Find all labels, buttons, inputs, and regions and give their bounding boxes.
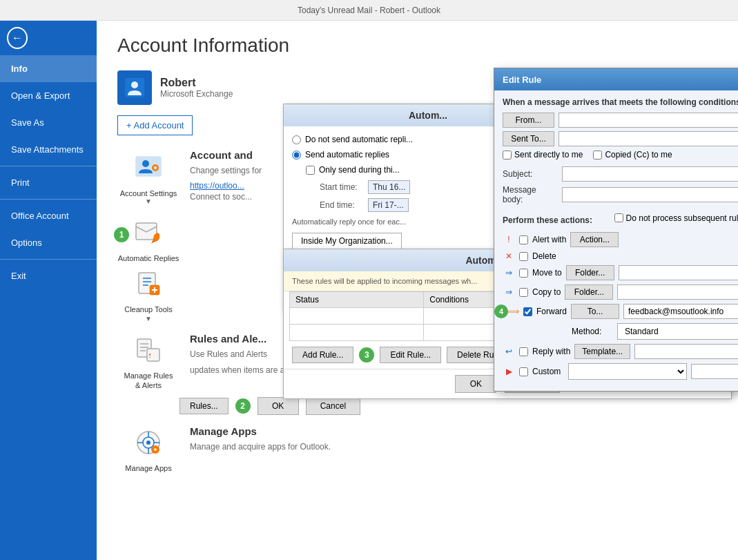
copy-to-checkbox[interactable]	[519, 288, 528, 297]
forward-checkbox[interactable]	[523, 307, 532, 316]
sidebar-options-label: Options	[11, 238, 42, 248]
manage-apps-panel-icon[interactable]: Manage Apps	[117, 425, 179, 473]
title-bar: Today's Unread Mail - Robert - Outlook	[0, 0, 738, 21]
subject-input[interactable]	[562, 166, 738, 182]
delete-row: ✕ Delete	[503, 251, 738, 261]
move-icon: ⇒	[503, 268, 515, 278]
sent-to-button[interactable]: Sent To...	[503, 131, 554, 146]
custom-input[interactable]	[691, 364, 738, 379]
rules-cancel-button[interactable]: Cancel	[306, 397, 360, 415]
sidebar-item-info[interactable]: Info	[0, 55, 97, 82]
sidebar-item-open-export[interactable]: Open & Export	[0, 82, 97, 109]
org-tab-button[interactable]: Inside My Organization...	[292, 233, 402, 249]
sidebar-item-print[interactable]: Print	[0, 169, 97, 196]
rules-alerts-label: Manage Rules& Alerts	[124, 371, 173, 391]
do-not-process-label: Do not process subsequent rules	[614, 213, 738, 223]
svg-point-1	[131, 81, 138, 88]
message-body-input[interactable]	[562, 187, 738, 202]
move-to-label: Move to	[532, 268, 562, 278]
sidebar-exit-label: Exit	[11, 271, 26, 281]
rules-ok-button[interactable]: OK	[258, 397, 299, 415]
alert-with-label: Alert with	[532, 235, 566, 244]
rules-panel-ok-button[interactable]: OK	[455, 375, 496, 393]
start-label: Start time:	[320, 182, 368, 192]
template-input[interactable]	[634, 344, 738, 359]
custom-select[interactable]	[568, 363, 686, 380]
method-row: Method: Standard	[572, 323, 738, 340]
actions-label: Perform these actions:	[503, 215, 592, 225]
copy-to-row: ⇒ Copy to Folder...	[503, 284, 738, 300]
sidebar-save-as-label: Save As	[11, 117, 44, 128]
app-container: ← Info Open & Export Save As Save Attach…	[0, 21, 738, 560]
sent-to-row: Sent To...	[503, 131, 738, 146]
do-not-process-checkbox[interactable]	[614, 213, 623, 222]
alert-with-checkbox[interactable]	[519, 235, 528, 244]
move-to-checkbox[interactable]	[519, 269, 528, 278]
copy-folder-button[interactable]: Folder...	[565, 284, 613, 300]
move-folder-input[interactable]	[619, 265, 738, 280]
badge-2: 2	[235, 398, 251, 414]
account-name: Robert	[160, 77, 233, 89]
auto-replies-icon	[131, 215, 166, 250]
edit-rule-dialog-title: Edit Rule ✕	[494, 68, 738, 90]
alert-with-row: ! Alert with Action...	[503, 232, 738, 247]
custom-checkbox[interactable]	[519, 367, 528, 376]
cleanup-tools-icon	[131, 267, 166, 301]
end-label: End time:	[320, 200, 368, 210]
template-button[interactable]: Template...	[574, 344, 630, 359]
sidebar-save-attachments-label: Save Attachments	[11, 144, 84, 155]
custom-row: ▶ Custom	[503, 363, 738, 380]
send-radio[interactable]	[292, 151, 301, 160]
custom-icon: ▶	[503, 367, 515, 376]
cleanup-tools-label: Cleanup Tools	[124, 305, 173, 314]
account-icon	[117, 70, 152, 105]
forward-email-input[interactable]	[623, 304, 738, 319]
rules-action-row: Rules... 2 OK Cancel	[179, 397, 717, 415]
sent-to-input[interactable]	[559, 131, 738, 146]
from-input[interactable]	[559, 113, 738, 128]
reply-with-checkbox[interactable]	[519, 347, 528, 356]
copy-folder-input[interactable]	[617, 284, 738, 300]
only-send-checkbox[interactable]	[306, 166, 315, 175]
conditions-label: When a message arrives that meets the fo…	[503, 97, 738, 107]
back-button[interactable]: ←	[0, 21, 35, 55]
sidebar: ← Info Open & Export Save As Save Attach…	[0, 21, 97, 560]
auto-replies-panel-icon[interactable]: 1 Automatic Replies	[117, 215, 179, 263]
edit-rule-button[interactable]: Edit Rule...	[380, 347, 441, 363]
delete-checkbox[interactable]	[519, 252, 528, 261]
custom-label: Custom	[532, 367, 561, 376]
cleanup-tools-panel-icon[interactable]: Cleanup Tools ▼	[117, 267, 179, 322]
add-rule-button[interactable]: Add Rule...	[292, 347, 353, 363]
copied-cc-checkbox[interactable]	[593, 151, 602, 160]
cleanup-svg	[133, 269, 164, 299]
account-settings-link[interactable]: https://outloo...	[190, 181, 244, 191]
auto-replies-svg	[133, 218, 164, 248]
action-button[interactable]: Action...	[570, 232, 619, 247]
sidebar-divider-3	[0, 259, 97, 260]
add-account-button[interactable]: + Add Account	[117, 115, 193, 135]
method-select[interactable]: Standard	[617, 323, 738, 340]
move-folder-button[interactable]: Folder...	[566, 265, 614, 280]
from-button[interactable]: From...	[503, 113, 554, 128]
sent-directly-checkbox[interactable]	[503, 151, 512, 160]
forward-row: 4 ⟹ Forward To...	[503, 304, 738, 319]
sidebar-item-office-account[interactable]: Office Account	[0, 202, 97, 229]
account-settings-panel[interactable]: Account Settings ▼	[117, 149, 179, 205]
rules-button[interactable]: Rules...	[179, 398, 229, 414]
back-circle-icon: ←	[7, 27, 28, 49]
page-title: Account Information	[117, 35, 717, 57]
no-send-radio[interactable]	[292, 135, 301, 144]
manage-apps-content: Manage Apps Manage and acquire apps for …	[190, 425, 717, 456]
settings-svg	[133, 151, 164, 182]
status-cell	[290, 308, 424, 325]
forward-to-button[interactable]: To...	[571, 304, 619, 319]
rules-alerts-panel-icon[interactable]: Manage Rules& Alerts	[117, 333, 179, 391]
sidebar-item-options[interactable]: Options	[0, 229, 97, 256]
sidebar-item-exit[interactable]: Exit	[0, 262, 97, 289]
svg-rect-9	[147, 349, 159, 361]
account-type: Microsoft Exchange	[160, 89, 233, 99]
sidebar-item-save-as[interactable]: Save As	[0, 109, 97, 136]
sidebar-open-export-label: Open & Export	[11, 90, 70, 101]
delete-icon: ✕	[503, 251, 515, 261]
sidebar-item-save-attachments[interactable]: Save Attachments	[0, 136, 97, 163]
